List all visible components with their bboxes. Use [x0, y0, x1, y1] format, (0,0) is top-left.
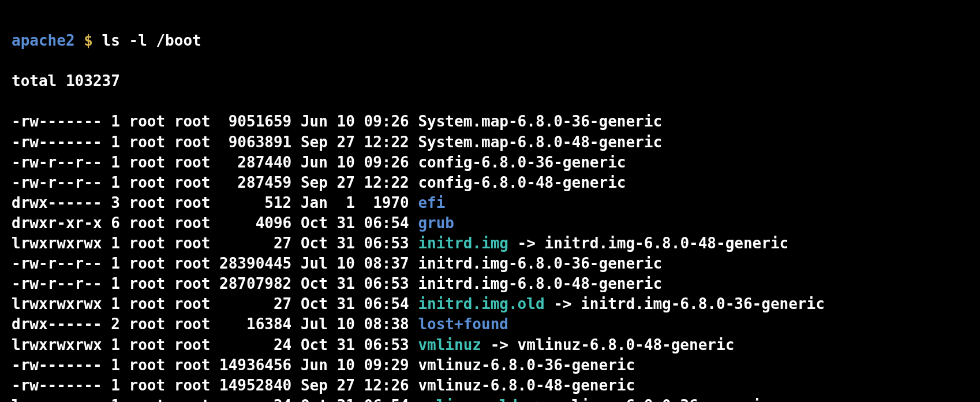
symlink-arrow: -> — [545, 295, 581, 312]
file-name: vmlinuz — [418, 336, 481, 353]
list-row: -rw------- 1 root root 9051659 Jun 10 09… — [12, 111, 968, 132]
file-name: grub — [418, 214, 454, 232]
list-row: drwxr-xr-x 6 root root 4096 Oct 31 06:54… — [12, 213, 968, 233]
list-row: lrwxrwxrwx 1 root root 24 Oct 31 06:54 v… — [12, 396, 968, 402]
symlink-arrow: -> — [518, 397, 554, 402]
file-name: vmlinuz-6.8.0-48-generic — [418, 377, 635, 394]
list-row-meta: drwx------ 3 root root 512 Jan 1 1970 — [12, 194, 418, 211]
list-row-meta: -rw------- 1 root root 9063891 Sep 27 12… — [12, 133, 418, 151]
symlink-arrow: -> — [508, 234, 545, 252]
list-row-meta: lrwxrwxrwx 1 root root 27 Oct 31 06:53 — [12, 234, 418, 252]
list-row: drwx------ 3 root root 512 Jan 1 1970 ef… — [12, 193, 968, 213]
list-row-meta: -rw-r--r-- 1 root root 287459 Sep 27 12:… — [12, 174, 418, 191]
file-name: efi — [418, 194, 445, 211]
list-row: lrwxrwxrwx 1 root root 27 Oct 31 06:53 i… — [12, 233, 968, 254]
prompt-host: apache2 — [12, 32, 75, 49]
list-row: lrwxrwxrwx 1 root root 27 Oct 31 06:54 i… — [12, 294, 968, 314]
terminal[interactable]: apache2 $ ls -l /boot total 103237 -rw--… — [0, 0, 980, 402]
file-name: config-6.8.0-36-generic — [418, 154, 626, 171]
list-row-meta: -rw------- 1 root root 14952840 Sep 27 1… — [12, 377, 418, 394]
file-name: vmlinuz.old — [418, 397, 517, 402]
symlink-target: vmlinuz-6.8.0-36-generic — [553, 397, 770, 402]
file-name: vmlinuz-6.8.0-36-generic — [418, 356, 635, 374]
file-name: initrd.img-6.8.0-48-generic — [418, 275, 662, 292]
command-line: apache2 $ ls -l /boot — [12, 31, 968, 51]
symlink-target: initrd.img-6.8.0-48-generic — [545, 234, 789, 252]
list-row: lrwxrwxrwx 1 root root 24 Oct 31 06:53 v… — [12, 335, 968, 355]
file-name: System.map-6.8.0-36-generic — [418, 113, 662, 130]
file-name: initrd.img — [418, 234, 508, 252]
listing: -rw------- 1 root root 9051659 Jun 10 09… — [12, 111, 968, 402]
symlink-target: vmlinuz-6.8.0-48-generic — [518, 336, 735, 353]
list-row: -rw-r--r-- 1 root root 287440 Jun 10 09:… — [12, 152, 968, 173]
file-name: config-6.8.0-48-generic — [418, 174, 626, 191]
list-row: -rw-r--r-- 1 root root 28707982 Oct 31 0… — [12, 274, 968, 294]
list-row: -rw-r--r-- 1 root root 287459 Sep 27 12:… — [12, 173, 968, 193]
list-row-meta: -rw-r--r-- 1 root root 28390445 Jul 10 0… — [12, 255, 418, 272]
file-name: System.map-6.8.0-48-generic — [418, 133, 662, 151]
list-row: -rw------- 1 root root 9063891 Sep 27 12… — [12, 132, 968, 152]
list-row-meta: -rw-r--r-- 1 root root 28707982 Oct 31 0… — [12, 275, 418, 292]
list-row: -rw------- 1 root root 14936456 Jun 10 0… — [12, 355, 968, 375]
list-row-meta: lrwxrwxrwx 1 root root 27 Oct 31 06:54 — [12, 295, 418, 312]
list-row: drwx------ 2 root root 16384 Jul 10 08:3… — [12, 314, 968, 334]
list-row-meta: lrwxrwxrwx 1 root root 24 Oct 31 06:53 — [12, 336, 418, 353]
list-row-meta: -rw-r--r-- 1 root root 287440 Jun 10 09:… — [12, 154, 418, 171]
list-row: -rw-r--r-- 1 root root 28390445 Jul 10 0… — [12, 254, 968, 274]
prompt-command: ls -l /boot — [102, 32, 201, 49]
list-row-meta: -rw------- 1 root root 14936456 Jun 10 0… — [12, 356, 418, 374]
symlink-target: initrd.img-6.8.0-36-generic — [581, 295, 825, 312]
symlink-arrow: -> — [481, 336, 518, 353]
list-row-meta: -rw------- 1 root root 9051659 Jun 10 09… — [12, 113, 418, 130]
file-name: initrd.img.old — [418, 295, 544, 312]
file-name: lost+found — [418, 315, 508, 333]
prompt-sigil: $ — [84, 32, 93, 49]
list-row-meta: drwx------ 2 root root 16384 Jul 10 08:3… — [12, 315, 418, 333]
total-line: total 103237 — [12, 71, 968, 91]
list-row-meta: drwxr-xr-x 6 root root 4096 Oct 31 06:54 — [12, 214, 418, 232]
list-row: -rw------- 1 root root 14952840 Sep 27 1… — [12, 375, 968, 396]
file-name: initrd.img-6.8.0-36-generic — [418, 255, 662, 272]
list-row-meta: lrwxrwxrwx 1 root root 24 Oct 31 06:54 — [12, 397, 418, 402]
